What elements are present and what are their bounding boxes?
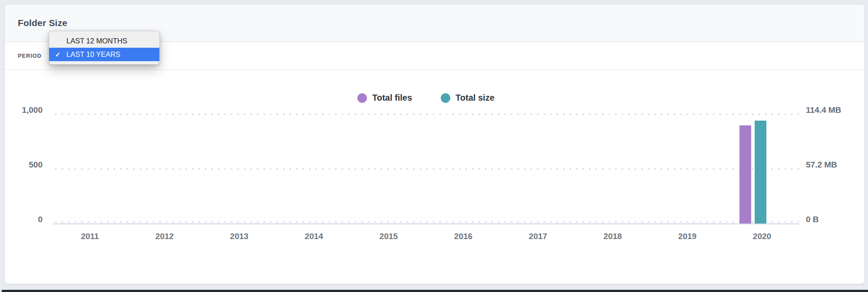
y-axis-left: 1,000 500 0 xyxy=(5,4,43,284)
y-axis-right-tick: 0 B xyxy=(806,215,819,224)
y-axis-left-tick: 1,000 xyxy=(22,106,43,115)
x-axis-label-2018: 2018 xyxy=(575,232,650,241)
bottom-edge-bar xyxy=(2,290,868,292)
y-axis-left-tick: 500 xyxy=(29,161,43,169)
x-axis-label-2014: 2014 xyxy=(277,232,351,241)
y-axis-right-tick: 114.4 MB xyxy=(806,106,841,115)
gridline-mid xyxy=(53,168,799,170)
legend-item-total-files[interactable]: Total files xyxy=(357,93,412,103)
y-axis-right-tick: 57.2 MB xyxy=(806,161,837,169)
x-axis-label-2013: 2013 xyxy=(202,232,277,241)
page-background: Folder Size PERIOD Total filesTotal size… xyxy=(0,0,868,292)
legend-dot-icon xyxy=(441,93,450,103)
gridline-max xyxy=(53,113,799,115)
x-axis-labels: 2011201220132014201520162017201820192020 xyxy=(53,232,799,241)
y-axis-right: 114.4 MB 57.2 MB 0 B xyxy=(806,4,862,284)
legend-dot-icon xyxy=(357,93,367,103)
bar-total-size-2020[interactable] xyxy=(755,121,766,223)
plot-area xyxy=(53,114,799,223)
checkmark-icon: ✓ xyxy=(49,51,66,59)
y-axis-left-tick: 0 xyxy=(38,215,43,224)
legend-label: Total files xyxy=(372,93,412,103)
legend-item-total-size[interactable]: Total size xyxy=(441,93,495,103)
bar-total-files-2020[interactable] xyxy=(739,125,751,223)
dropdown-option-label: LAST 10 YEARS xyxy=(66,50,120,59)
gridline-zero xyxy=(53,221,799,223)
x-axis-label-2012: 2012 xyxy=(127,232,202,241)
chart-legend: Total filesTotal size xyxy=(53,93,799,103)
dropdown-option-last-12-months[interactable]: LAST 12 MONTHS xyxy=(49,34,159,48)
dropdown-option-label: LAST 12 MONTHS xyxy=(66,37,127,45)
legend-label: Total size xyxy=(455,93,495,103)
x-axis-label-2017: 2017 xyxy=(501,232,575,241)
x-axis-label-2016: 2016 xyxy=(426,232,501,241)
x-axis-label-2011: 2011 xyxy=(53,232,127,241)
x-axis-line xyxy=(53,223,799,224)
dropdown-option-last-10-years[interactable]: ✓LAST 10 YEARS xyxy=(49,48,159,61)
period-dropdown-menu: LAST 12 MONTHS✓LAST 10 YEARS xyxy=(49,31,160,65)
x-axis-label-2020: 2020 xyxy=(725,232,799,241)
x-axis-label-2015: 2015 xyxy=(351,232,426,241)
x-axis-label-2019: 2019 xyxy=(650,232,725,241)
